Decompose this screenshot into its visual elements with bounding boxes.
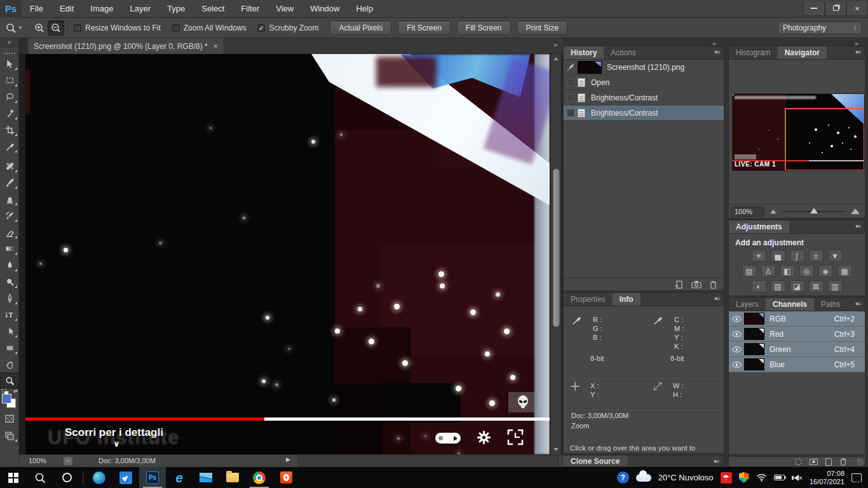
channel-row-red[interactable]: Red Ctrl+3 — [729, 327, 865, 342]
taskbar-search-button[interactable] — [27, 467, 53, 488]
scroll-up-arrow[interactable] — [553, 57, 559, 60]
history-state-row[interactable]: Open — [564, 75, 724, 90]
selective-color-icon[interactable]: ⊠ — [809, 280, 824, 292]
new-channel-icon[interactable] — [825, 458, 832, 466]
tabbar-overflow-icon[interactable]: » — [548, 38, 562, 53]
tab-layers[interactable]: Layers — [729, 298, 766, 311]
default-colors-icon[interactable] — [2, 389, 6, 393]
zoom-in-mountain-icon[interactable] — [851, 208, 860, 214]
volume-muted-icon[interactable]: × — [792, 474, 803, 482]
color-lookup-icon[interactable]: ▦ — [837, 265, 852, 277]
status-zoom-field[interactable]: 100% — [29, 457, 46, 464]
new-snapshot-camera-icon[interactable] — [691, 280, 702, 288]
channel-row-blue[interactable]: Blue Ctrl+5 — [729, 357, 865, 372]
eyedropper-tool[interactable] — [0, 138, 19, 154]
delete-channel-trash-icon[interactable] — [839, 458, 847, 466]
restore-button[interactable] — [825, 2, 846, 16]
vertical-scroll-thumb[interactable] — [553, 168, 560, 327]
resize-windows-checkbox[interactable] — [74, 24, 81, 32]
taskbar-app-icon[interactable] — [112, 467, 139, 488]
menu-image[interactable]: Image — [82, 0, 121, 18]
tool-preset-arrow-icon[interactable]: ▾ — [19, 25, 22, 30]
channel-row-green[interactable]: Green Ctrl+4 — [729, 342, 865, 357]
vibrance-icon[interactable]: ▼ — [828, 250, 843, 262]
history-source-checkbox[interactable] — [567, 109, 574, 117]
threshold-icon[interactable]: ◪ — [790, 280, 804, 292]
navigator-thumbnail[interactable]: LIVE: CAM 1 — [732, 93, 865, 171]
move-tool[interactable] — [0, 55, 19, 72]
visibility-eye-icon[interactable] — [729, 331, 744, 337]
autoplay-toggle[interactable] — [435, 433, 461, 444]
navigator-zoom-thumb[interactable] — [810, 208, 818, 214]
shape-tool[interactable] — [0, 339, 19, 356]
menu-select[interactable]: Select — [193, 0, 233, 18]
settings-gear-icon[interactable] — [477, 430, 491, 445]
history-source-checkbox[interactable] — [567, 94, 574, 102]
tab-info[interactable]: Info — [613, 293, 641, 306]
video-progress-track[interactable] — [25, 417, 550, 421]
gradient-map-icon[interactable]: ▥ — [828, 280, 843, 292]
menu-view[interactable]: View — [268, 0, 302, 18]
horizontal-scrollbar[interactable] — [299, 456, 559, 466]
invert-icon[interactable]: ◐ — [752, 280, 766, 292]
navigator-view-frame[interactable] — [785, 108, 865, 171]
miniplayer-icon[interactable] — [507, 429, 524, 445]
blur-tool[interactable] — [0, 257, 19, 273]
tab-properties[interactable]: Properties — [564, 293, 613, 306]
windows-security-icon[interactable]: ✓ — [739, 472, 749, 483]
panel-menu-icon[interactable]: ▾≡ — [714, 46, 724, 59]
curves-icon[interactable]: ∫ — [790, 250, 804, 262]
color-balance-icon[interactable]: ∆ — [761, 265, 776, 277]
history-state-row[interactable]: Brightness/Contrast — [564, 90, 724, 105]
scrubby-zoom-checkbox[interactable]: ✓ — [257, 24, 265, 32]
navigator-zoom-slider[interactable] — [782, 211, 845, 212]
vertical-scrollbar[interactable] — [550, 54, 561, 454]
battery-icon[interactable] — [774, 475, 785, 480]
menu-window[interactable]: Window — [302, 0, 348, 18]
navigator-zoom-field[interactable]: 100% — [731, 207, 764, 217]
actual-pixels-button[interactable]: Actual Pixels — [330, 21, 391, 35]
workspace-switcher[interactable]: Photography ↕ — [778, 22, 862, 34]
eraser-tool[interactable] — [0, 224, 19, 240]
taskbar-edge-icon[interactable] — [86, 467, 112, 488]
panel-menu-icon[interactable]: ▾≡ — [855, 220, 865, 233]
channel-mixer-icon[interactable]: ◈ — [818, 265, 833, 277]
tab-close-icon[interactable]: × — [214, 42, 218, 51]
path-selection-tool[interactable] — [0, 323, 19, 339]
delete-trash-icon[interactable] — [709, 280, 717, 289]
history-source-checkbox[interactable] — [567, 79, 574, 86]
taskbar-mail-icon[interactable] — [193, 467, 219, 488]
history-snapshot-row[interactable]: Screenshot (1210).png — [564, 60, 724, 75]
weather-cloud-icon[interactable] — [636, 474, 651, 482]
menu-help[interactable]: Help — [348, 0, 381, 18]
exposure-icon[interactable]: ± — [809, 250, 824, 262]
zoom-out-button[interactable] — [48, 20, 64, 36]
menu-edit[interactable]: Edit — [51, 0, 82, 18]
new-document-from-state-icon[interactable] — [674, 280, 684, 289]
posterize-icon[interactable]: ▨ — [771, 280, 785, 292]
swap-colors-icon[interactable]: ⇄ — [13, 388, 18, 394]
history-brush-source[interactable] — [564, 63, 578, 72]
taskbar-chrome-icon[interactable] — [246, 467, 273, 488]
scroll-down-arrow[interactable] — [553, 448, 559, 451]
menu-file[interactable]: File — [22, 0, 51, 18]
menu-layer[interactable]: Layer — [122, 0, 159, 18]
taskbar-file-explorer-icon[interactable] — [219, 467, 246, 488]
type-tool[interactable]: T — [0, 306, 19, 323]
panel-menu-icon[interactable]: ▾≡ — [714, 456, 723, 466]
fit-screen-button[interactable]: Fit Screen — [398, 21, 451, 35]
gradient-tool[interactable] — [0, 240, 19, 257]
tab-paths[interactable]: Paths — [814, 298, 848, 311]
history-brush-tool[interactable] — [0, 207, 19, 224]
zoom-in-button[interactable] — [31, 20, 48, 36]
load-selection-icon[interactable] — [795, 458, 802, 465]
zoom-all-windows-checkbox[interactable] — [172, 24, 180, 32]
print-size-button[interactable]: Print Size — [517, 21, 567, 35]
minimize-button[interactable] — [803, 2, 825, 16]
black-white-icon[interactable]: ◧ — [780, 265, 795, 277]
lasso-tool[interactable] — [0, 88, 19, 105]
status-flyout-arrow[interactable]: ▶ — [286, 456, 290, 463]
screen-mode-button[interactable] — [0, 427, 19, 444]
marquee-tool[interactable] — [0, 72, 19, 88]
foreground-color-swatch[interactable] — [2, 394, 11, 403]
